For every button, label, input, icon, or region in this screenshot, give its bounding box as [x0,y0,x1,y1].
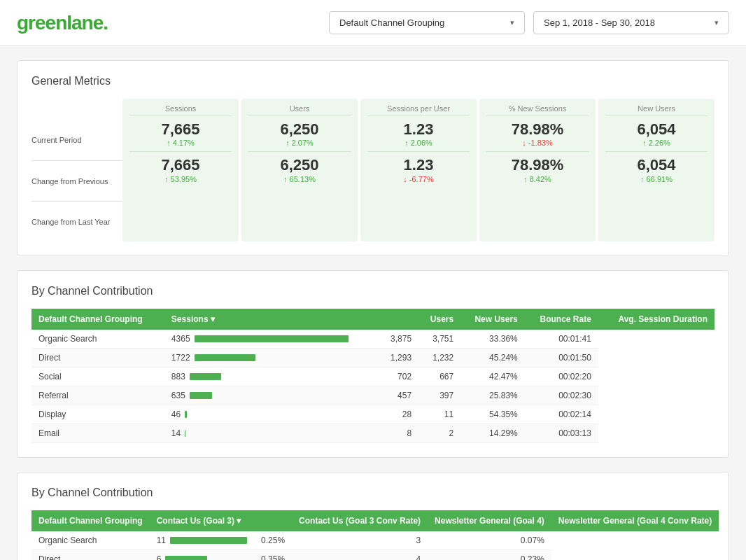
metrics-data-grid: Sessions 7,665 ↑ 4.17% 7,665 ↑ 53.95% Us… [122,99,715,241]
bounce-rate-val: 45.24% [460,349,525,368]
avg-duration-val: 00:01:41 [525,330,598,349]
new-users-val: 1,232 [418,349,460,368]
th-goal3[interactable]: Contact Us (Goal 3) ▾ [150,510,292,531]
metrics-wrapper: Current Period Change from Previous Chan… [31,99,715,241]
metric-label-change-year: Change from Last Year [31,201,122,241]
channel-name: Organic Search [31,330,164,349]
metric-row-prev: 6,054 ↑ 66.91% [605,151,708,187]
date-range-dropdown[interactable]: Sep 1, 2018 - Sep 30, 2018 ▾ [533,11,729,34]
metric-row-current: 78.98% ↓ -1.83% [486,115,589,151]
general-metrics-section: General Metrics Current Period Change fr… [17,60,729,256]
date-range-label: Sep 1, 2018 - Sep 30, 2018 [544,18,655,28]
channel-name: Social [31,368,164,386]
users-val: 28 [379,405,418,424]
conv-rate-val: 0.35% [254,550,292,561]
avg-duration-val: 00:03:13 [525,424,598,443]
metric-row-prev: 6,250 ↑ 65.13% [248,151,351,187]
metric-row-prev: 1.23 ↓ -6.77% [367,151,470,187]
users-val: 1,293 [379,349,418,368]
metric-col-header: Users [248,104,351,115]
metric-col-1: Users 6,250 ↑ 2.07% 6,250 ↑ 65.13% [241,99,358,241]
metric-col-header: % New Sessions [486,104,589,115]
channel-name: Direct [31,550,150,561]
channel-name: Email [31,424,164,443]
table-row: Referral 635 457 397 25.83% 00:02:30 [31,386,715,405]
channel-table1-section: By Channel Contribution Default Channel … [17,270,729,458]
table-row: Organic Search 11 0.25% 3 0.07% [31,531,719,550]
table-row: Direct 1722 1,293 1,232 45.24% 00:01:50 [31,349,715,368]
th-col-6: Avg. Session Duration [598,309,715,330]
channel-table1: Default Channel GroupingSessions ▾UsersN… [31,309,715,443]
th-t2-col-0: Default Channel Grouping [31,510,150,531]
metric-row-current: 1.23 ↑ 2.06% [367,115,470,151]
bounce-rate-val: 14.29% [460,424,525,443]
channel-name: Organic Search [31,531,150,550]
channel-name: Referral [31,386,164,405]
metric-row-current: 6,250 ↑ 2.07% [248,115,351,151]
metric-col-header: Sessions per User [367,104,470,115]
sessions-bar-cell: 46 [164,405,379,424]
general-metrics-title: General Metrics [31,75,715,88]
users-val: 8 [379,424,418,443]
bounce-rate-val: 33.36% [460,330,525,349]
goal4-val: 3 [292,531,428,550]
metric-label-current: Current Period [31,120,122,160]
channel-table2: Default Channel GroupingContact Us (Goal… [31,510,719,560]
metric-row-current: 7,665 ↑ 4.17% [129,115,232,151]
bounce-rate-val: 54.35% [460,405,525,424]
new-users-val: 11 [418,405,460,424]
main-content: General Metrics Current Period Change fr… [0,46,746,560]
metric-col-header: Sessions [129,104,232,115]
logo: greenlane. [17,12,108,34]
th-col-0: Default Channel Grouping [31,309,164,330]
channel-grouping-dropdown[interactable]: Default Channel Grouping ▾ [329,11,525,34]
new-users-val: 667 [418,368,460,386]
users-val: 457 [379,386,418,405]
goal4-val: 4 [292,550,428,561]
metric-row-current: 6,054 ↑ 2.26% [605,115,708,151]
new-users-val: 3,751 [418,330,460,349]
metrics-labels-col: Current Period Change from Previous Chan… [31,99,122,241]
goal3-bar-cell: 6 [150,550,254,561]
channel-table2-title: By Channel Contribution [31,486,715,499]
avg-duration-val: 00:02:14 [525,405,598,424]
table-row: Email 14 8 2 14.29% 00:03:13 [31,424,715,443]
avg-duration-val: 00:01:50 [525,349,598,368]
header: greenlane. Default Channel Grouping ▾ Se… [0,0,746,46]
channel-grouping-label: Default Channel Grouping [339,18,444,28]
sessions-bar-cell: 1722 [164,349,379,368]
table-row: Direct 6 0.35% 4 0.23% [31,550,719,561]
metric-col-header: New Users [605,104,708,115]
th-t2-col-3: Contact Us (Goal 3 Conv Rate) [292,510,428,531]
sessions-bar-cell: 883 [164,368,379,386]
new-users-val: 397 [418,386,460,405]
channel-grouping-arrow: ▾ [510,18,514,27]
table-row: Organic Search 4365 3,875 3,751 33.36% 0… [31,330,715,349]
header-controls: Default Channel Grouping ▾ Sep 1, 2018 -… [329,11,729,34]
table-row: Display 46 28 11 54.35% 00:02:14 [31,405,715,424]
bounce-rate-val: 25.83% [460,386,525,405]
th-sessions[interactable]: Sessions ▾ [164,309,418,330]
th-col-3: Users [418,309,460,330]
channel-name: Direct [31,349,164,368]
sessions-bar-cell: 635 [164,386,379,405]
goal3-bar-cell: 11 [150,531,254,550]
metric-col-2: Sessions per User 1.23 ↑ 2.06% 1.23 ↓ -6… [360,99,477,241]
sessions-bar-cell: 14 [164,424,379,443]
metric-row-prev: 7,665 ↑ 53.95% [129,151,232,187]
channel-table2-section: By Channel Contribution Default Channel … [17,472,729,560]
th-col-5: Bounce Rate [525,309,598,330]
channel-name: Display [31,405,164,424]
th-t2-col-4: Newsletter General (Goal 4) [428,510,551,531]
conv-rate-val: 0.25% [254,531,292,550]
metric-col-3: % New Sessions 78.98% ↓ -1.83% 78.98% ↑ … [479,99,596,241]
goal4-conv-val: 0.23% [428,550,551,561]
bounce-rate-val: 42.47% [460,368,525,386]
date-range-arrow: ▾ [715,18,719,27]
metric-label-change-prev: Change from Previous [31,160,122,201]
users-val: 702 [379,368,418,386]
th-t2-col-5: Newsletter General (Goal 4 Conv Rate) [551,510,719,531]
new-users-val: 2 [418,424,460,443]
metric-col-0: Sessions 7,665 ↑ 4.17% 7,665 ↑ 53.95% [122,99,239,241]
metric-row-prev: 78.98% ↑ 8.42% [486,151,589,187]
